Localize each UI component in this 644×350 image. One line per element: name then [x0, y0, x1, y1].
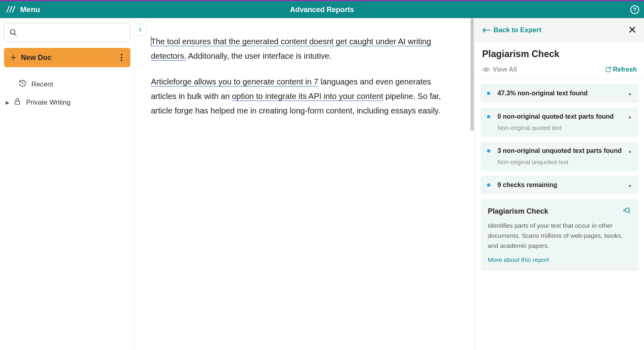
- caret-up-icon[interactable]: ▲: [628, 115, 632, 119]
- flagged-text[interactable]: option to integrate its API into your: [232, 92, 357, 101]
- paragraph[interactable]: The tool ensures that the generated cont…: [151, 34, 450, 63]
- help-icon[interactable]: ?: [630, 5, 639, 14]
- view-all-button[interactable]: View All: [482, 66, 517, 73]
- chevron-left-icon: [138, 27, 142, 33]
- sidebar: New Doc Recent ▶ Private Writing: [0, 18, 135, 350]
- svg-line-1: [14, 34, 17, 36]
- paragraph[interactable]: Articleforge allows you to generate cont…: [151, 74, 450, 118]
- svg-point-6: [485, 69, 487, 71]
- editor-area[interactable]: The tool ensures that the generated cont…: [135, 18, 475, 350]
- sidebar-item-recent[interactable]: Recent: [4, 75, 130, 93]
- svg-line-10: [629, 212, 630, 213]
- panel-header: Back to Expert ✕: [475, 18, 644, 42]
- refresh-label: Refresh: [613, 66, 637, 73]
- refresh-button[interactable]: Refresh: [605, 66, 637, 73]
- sidebar-item-private[interactable]: ▶ Private Writing: [4, 93, 130, 111]
- search-box[interactable]: [4, 23, 130, 42]
- bullet-icon: [487, 92, 490, 95]
- flagged-text[interactable]: The tool ensures that the generated cont…: [151, 37, 398, 46]
- search-icon: [9, 29, 17, 37]
- result-title: 47.3% non-original text found: [497, 90, 625, 97]
- refresh-icon: [605, 66, 612, 73]
- result-title: 3 non-original unquoted text parts found: [497, 147, 625, 154]
- caret-up-icon[interactable]: ▲: [628, 91, 632, 96]
- eye-icon: [482, 67, 490, 72]
- result-card[interactable]: 3 non-original unquoted text parts found…: [481, 142, 638, 171]
- result-card[interactable]: 47.3% non-original text found ▲: [481, 84, 638, 103]
- collapse-sidebar-button[interactable]: [135, 24, 146, 36]
- sidebar-item-label: Recent: [31, 80, 53, 89]
- info-title: Plagiarism Check: [488, 207, 548, 216]
- caret-up-icon[interactable]: ▲: [628, 149, 632, 153]
- bullet-icon: [487, 149, 490, 152]
- flagged-text[interactable]: content: [357, 92, 383, 101]
- back-button[interactable]: Back to Expert: [482, 26, 541, 34]
- menu-button[interactable]: Menu: [20, 5, 40, 14]
- more-options-icon[interactable]: [118, 51, 125, 64]
- document-body[interactable]: The tool ensures that the generated cont…: [151, 18, 450, 118]
- app-header: Menu Advanced Reports ?: [0, 1, 644, 18]
- svg-point-0: [10, 30, 15, 35]
- result-subtitle: Non-original unquoted text: [497, 159, 632, 165]
- result-subtitle: Non-original quoted text: [497, 124, 632, 131]
- scrollbar-thumb[interactable]: [471, 18, 474, 131]
- results-list: 47.3% non-original text found ▲ 0 non-or…: [475, 79, 644, 276]
- result-title: 9 checks remaining: [497, 181, 625, 189]
- sidebar-item-label: Private Writing: [26, 99, 70, 107]
- new-doc-label: New Doc: [21, 54, 52, 62]
- new-doc-button[interactable]: New Doc: [4, 48, 130, 67]
- svg-point-9: [625, 208, 630, 212]
- panel-title: Plagiarism Check: [475, 42, 644, 64]
- right-panel: Back to Expert ✕ Plagiarism Check View A…: [475, 18, 644, 350]
- app-logo-icon: [5, 4, 17, 16]
- history-icon: [19, 79, 31, 89]
- bullet-icon: [487, 115, 490, 118]
- lock-icon: [13, 97, 26, 107]
- close-icon[interactable]: ✕: [628, 24, 637, 36]
- view-all-label: View All: [493, 66, 517, 73]
- caret-up-icon[interactable]: ▲: [628, 183, 632, 187]
- panel-toolbar: View All Refresh: [475, 64, 644, 79]
- search-input[interactable]: [21, 29, 125, 36]
- flagged-text[interactable]: Articleforge allows you to generate cont…: [151, 77, 318, 86]
- back-label: Back to Expert: [493, 26, 541, 34]
- svg-rect-4: [15, 101, 20, 104]
- result-title: 0 non-original quoted text parts found: [497, 113, 625, 120]
- bullet-icon: [487, 183, 490, 187]
- plus-icon: [10, 54, 17, 61]
- caret-right-icon: ▶: [6, 100, 9, 105]
- arrow-left-icon: [482, 27, 491, 33]
- plain-text: Additonally, the user interface is intut…: [186, 51, 332, 60]
- info-card: Plagiarism Check Identifies parts of you…: [481, 199, 638, 271]
- page-title: Advanced Reports: [290, 6, 354, 14]
- more-about-link[interactable]: More about this report: [488, 256, 631, 264]
- info-description: Identifies parts of your text that occur…: [488, 221, 631, 251]
- result-card[interactable]: 0 non-original quoted text parts found ▲…: [481, 107, 638, 137]
- scan-icon: [622, 206, 631, 216]
- result-card[interactable]: 9 checks remaining ▲: [481, 176, 638, 194]
